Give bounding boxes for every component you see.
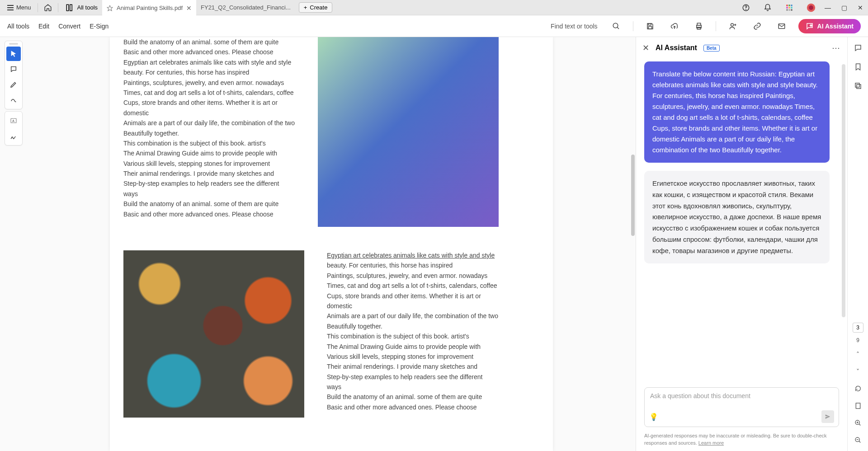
ai-question-input[interactable]: Ask a question about this document 💡 [644,387,839,427]
link-icon[interactable] [750,19,765,34]
sign-tool[interactable] [6,129,21,143]
comment-tool[interactable] [6,62,21,76]
document-scrollbar-thumb[interactable] [631,155,635,236]
bookmark-rail-icon[interactable] [852,61,864,73]
svg-line-31 [859,424,860,425]
doc-line: Paintings, sculptures, jewelry, and even… [123,78,295,88]
toolbar-edit[interactable]: Edit [38,23,49,30]
share-user-icon[interactable] [725,19,741,34]
doc-line: This combination is the subject of this … [123,138,295,148]
ai-assistant-button[interactable]: AI Assistant [798,19,861,33]
ai-panel-scrollbar[interactable] [842,64,845,317]
apps-grid-icon[interactable] [782,0,797,15]
document-viewport[interactable]: Build the anatomy of an animal. some of … [27,37,636,451]
doc-line: Paintings, sculptures, jewelry, and even… [327,271,499,281]
separator [38,3,38,12]
alltools-titlebar-button[interactable]: All tools [61,4,103,12]
highlight-tool[interactable] [6,77,21,92]
notifications-icon[interactable] [760,0,775,15]
email-icon[interactable] [774,19,789,34]
doc-line: Egyptian art celebrates animals like cat… [123,57,295,67]
page-down-icon[interactable]: ˅ [852,365,864,378]
text-block-1: Build the anatomy of an animal. some of … [123,37,295,219]
separator [58,3,58,12]
learn-more-link[interactable]: Learn more [698,440,724,446]
save-icon[interactable] [642,19,658,34]
svg-rect-6 [788,5,790,6]
svg-rect-7 [791,5,792,6]
tools-icon [66,4,74,12]
ai-disclaimer: AI-generated responses may be inaccurate… [636,430,847,451]
create-button[interactable]: + Create [299,2,333,13]
ai-button-label: AI Assistant [817,23,854,30]
page-number-input[interactable]: 3 [853,323,863,333]
doc-line: Step-by-step examples to help readers se… [327,372,499,392]
tab-title: Animal Painting Skills.pdf [117,5,183,11]
ai-conversation-body[interactable]: Translate the below content into Russian… [636,59,847,383]
doc-line-underlined: Egyptian art celebrates animals like cat… [327,250,499,260]
doc-line: Times, cat and dog art sells a lot of t-… [327,281,499,291]
paint-cans-image [123,250,304,418]
create-label: Create [310,4,327,11]
main-area: A Build the anatomy of an animal. some o… [0,37,868,451]
alltools-label: All tools [77,4,98,11]
svg-point-16 [613,23,618,28]
ai-assistant-panel: ✕ AI Assistant Beta ⋯ Translate the belo… [636,37,847,451]
toolbar-alltools[interactable]: All tools [7,23,29,30]
palette-drag-handle[interactable] [9,43,18,45]
title-bar: Menu All tools Animal Painting Skills.pd… [0,0,868,15]
search-icon[interactable] [609,19,624,34]
svg-rect-9 [788,7,790,8]
tab-active[interactable]: Animal Painting Skills.pdf ✕ [102,0,196,15]
doc-line: Beautifully together. [123,128,295,138]
doc-line: Various skill levels, stepping stones fo… [123,159,295,169]
page-up-icon[interactable]: ˄ [852,348,864,361]
chat-sparkle-icon [806,22,814,30]
svg-rect-28 [857,85,861,89]
svg-rect-8 [786,7,788,8]
select-tool[interactable] [6,47,21,61]
copy-rail-icon[interactable] [852,80,864,92]
zoom-out-icon[interactable] [852,434,864,446]
window-close[interactable]: ✕ [856,4,864,12]
menu-button[interactable]: Menu [4,2,35,13]
upload-cloud-icon[interactable] [667,19,682,34]
zoom-in-icon[interactable] [852,417,864,429]
close-panel-icon[interactable]: ✕ [642,43,649,53]
doc-line: Cups, store brands and other items. Whet… [327,291,499,311]
svg-rect-12 [788,9,790,10]
doc-line: Build the anatomy of an animal. some of … [123,37,295,47]
svg-rect-29 [856,403,860,409]
svg-point-23 [731,23,733,26]
toolbar-esign[interactable]: E-Sign [90,23,108,30]
print-icon[interactable] [691,19,707,34]
profile-avatar[interactable] [804,0,818,15]
toolbar-convert[interactable]: Convert [58,23,80,30]
svg-line-35 [859,441,860,442]
chat-rail-icon[interactable] [852,42,864,54]
window-maximize[interactable]: ▢ [840,4,848,12]
hamburger-icon [7,5,14,10]
tab-inactive[interactable]: FY21_Q2_Consolidated_Financi... [196,0,295,15]
svg-line-17 [617,27,619,29]
draw-tool[interactable] [6,93,21,107]
send-button[interactable] [821,410,834,423]
page-rail-icon[interactable] [852,399,864,412]
home-button[interactable] [41,0,55,15]
svg-rect-11 [786,9,788,10]
close-tab-icon[interactable]: ✕ [186,5,192,12]
rotate-rail-icon[interactable] [852,382,864,395]
palette-card-2: A [5,111,23,146]
svg-rect-5 [786,5,788,6]
suggestions-icon[interactable]: 💡 [649,413,658,421]
doc-line: This combination is the subject of this … [327,331,499,341]
text-box-tool[interactable]: A [6,113,21,128]
doc-line: beauty. For centuries, this horse has in… [327,260,499,270]
doc-line: Animals are a part of our daily life, th… [123,118,295,128]
ai-panel-menu-icon[interactable]: ⋯ [832,43,841,53]
user-message-bubble: Translate the below content into Russian… [644,61,830,163]
window-minimize[interactable]: — [824,4,832,12]
help-icon[interactable] [739,0,753,15]
doc-line: beauty. For centuries, this horse has in… [123,67,295,77]
text-block-2: Egyptian art celebrates animals like cat… [327,250,499,412]
